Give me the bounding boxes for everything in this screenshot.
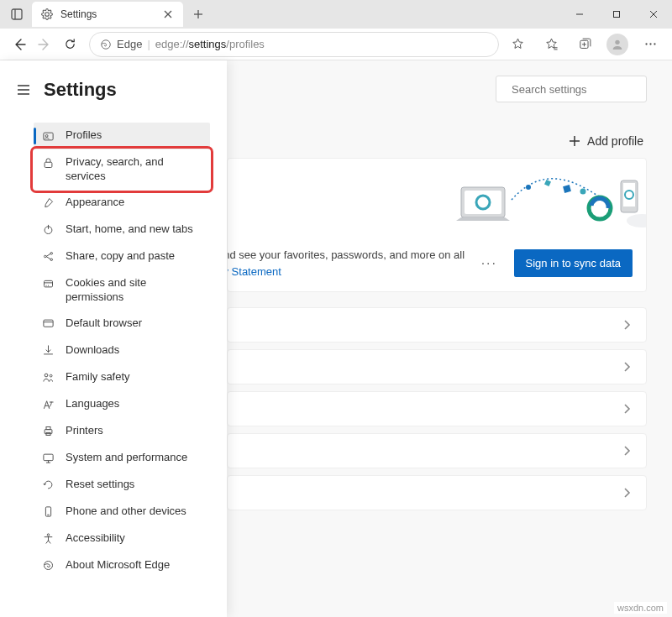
url-field[interactable]: Edge | edge://settings/profiles bbox=[89, 32, 499, 57]
close-icon bbox=[164, 10, 172, 18]
gear-icon bbox=[40, 8, 54, 21]
person-icon bbox=[611, 38, 624, 51]
collections-icon bbox=[578, 37, 592, 51]
settings-header: Settings bbox=[0, 74, 227, 119]
svg-point-33 bbox=[45, 285, 46, 286]
window-controls bbox=[561, 0, 672, 29]
maximize-icon bbox=[612, 10, 621, 18]
back-button[interactable] bbox=[7, 32, 32, 57]
nav-appearance[interactable]: Appearance bbox=[34, 190, 210, 217]
svg-point-64 bbox=[627, 214, 647, 227]
edge-logo-icon bbox=[100, 39, 112, 50]
svg-point-29 bbox=[50, 253, 53, 255]
address-bar: Edge | edge://settings/profiles bbox=[0, 29, 672, 60]
nav-share[interactable]: Share, copy and paste bbox=[34, 243, 210, 270]
nav-label: About Microsoft Edge bbox=[66, 558, 203, 573]
family-icon bbox=[40, 370, 55, 385]
svg-rect-25 bbox=[45, 162, 52, 167]
chevron-right-icon bbox=[622, 403, 631, 415]
nav-label: Profiles bbox=[66, 128, 203, 143]
profile-avatar-button[interactable] bbox=[606, 34, 628, 55]
window-maximize-button[interactable] bbox=[598, 0, 635, 29]
nav-about[interactable]: About Microsoft Edge bbox=[34, 552, 210, 579]
chevron-right-icon bbox=[622, 361, 631, 373]
nav-downloads[interactable]: Downloads bbox=[34, 337, 210, 364]
add-profile-button[interactable]: Add profile bbox=[569, 134, 643, 148]
nav-languages[interactable]: Languages bbox=[34, 391, 210, 418]
window-minimize-button[interactable] bbox=[561, 0, 598, 29]
settings-search[interactable] bbox=[496, 76, 647, 102]
hero-more-button[interactable]: ··· bbox=[476, 256, 502, 271]
more-horizontal-icon bbox=[643, 37, 658, 51]
nav-phone[interactable]: Phone and other devices bbox=[34, 499, 210, 525]
settings-sidebar: Settings Profiles Privacy, search, and s… bbox=[0, 60, 227, 617]
tab-title: Settings bbox=[60, 8, 161, 20]
more-menu-button[interactable] bbox=[638, 33, 662, 56]
page-title: Settings bbox=[44, 79, 117, 101]
nav-accessibility[interactable]: Accessibility bbox=[34, 525, 210, 552]
minimize-icon bbox=[575, 10, 584, 18]
profile-icon bbox=[40, 128, 55, 144]
nav-printers[interactable]: Printers bbox=[34, 418, 210, 445]
printer-icon bbox=[40, 424, 55, 439]
svg-rect-54 bbox=[465, 191, 501, 214]
nav-cookies[interactable]: Cookies and site permissions bbox=[34, 270, 210, 311]
nav-label: Languages bbox=[66, 397, 203, 411]
browser-tab[interactable]: Settings bbox=[32, 2, 183, 27]
window-close-button[interactable] bbox=[635, 0, 672, 29]
svg-rect-42 bbox=[43, 454, 52, 461]
chevron-right-icon bbox=[622, 487, 631, 499]
nav-label: Reset settings bbox=[66, 478, 203, 492]
new-tab-button[interactable] bbox=[186, 3, 210, 26]
browser-icon bbox=[40, 316, 55, 332]
list-item[interactable] bbox=[227, 433, 647, 468]
sync-signin-button[interactable]: Sign in to sync data bbox=[514, 249, 633, 277]
refresh-button[interactable] bbox=[57, 32, 82, 57]
nav-label: Family safety bbox=[66, 370, 203, 384]
collections-button[interactable] bbox=[573, 33, 596, 56]
nav-default-browser[interactable]: Default browser bbox=[34, 311, 210, 337]
plus-icon bbox=[193, 9, 203, 19]
edge-icon bbox=[40, 558, 55, 573]
svg-point-30 bbox=[50, 259, 53, 261]
nav-start-home[interactable]: Start, home, and new tabs bbox=[34, 217, 210, 243]
privacy-statement-link[interactable]: cy Statement bbox=[227, 265, 281, 278]
search-wrap bbox=[227, 76, 647, 102]
favorites-star-button[interactable] bbox=[506, 33, 529, 56]
sidebar-toggle-button[interactable] bbox=[13, 80, 34, 100]
list-item[interactable] bbox=[227, 349, 647, 384]
svg-point-17 bbox=[645, 43, 647, 44]
forward-button[interactable] bbox=[32, 32, 57, 57]
hamburger-icon bbox=[17, 83, 30, 97]
nav-profiles[interactable]: Profiles bbox=[34, 123, 210, 149]
svg-point-10 bbox=[102, 39, 111, 49]
nav-system[interactable]: System and performance bbox=[34, 445, 210, 472]
search-input[interactable] bbox=[512, 83, 653, 96]
tab-close-button[interactable] bbox=[161, 8, 175, 21]
favorites-list-button[interactable] bbox=[539, 33, 563, 56]
settings-main: Settings Profiles Privacy, search, and s… bbox=[0, 60, 672, 617]
phone-icon bbox=[40, 505, 55, 520]
nav-privacy[interactable]: Privacy, search, and services bbox=[34, 149, 210, 190]
nav-family[interactable]: Family safety bbox=[34, 364, 210, 391]
svg-rect-57 bbox=[544, 180, 551, 186]
tab-actions-icon bbox=[11, 8, 23, 20]
svg-rect-0 bbox=[12, 9, 22, 19]
list-item[interactable] bbox=[227, 475, 647, 510]
add-profile-row: Add profile bbox=[227, 134, 647, 148]
svg-point-59 bbox=[580, 189, 586, 195]
nav-label: Accessibility bbox=[66, 531, 203, 546]
system-icon bbox=[40, 451, 55, 466]
svg-point-48 bbox=[44, 562, 52, 570]
nav-label: Start, home, and new tabs bbox=[66, 222, 203, 237]
hero-footer: and see your favorites, passwords, and m… bbox=[227, 247, 633, 280]
svg-point-16 bbox=[615, 39, 619, 44]
watermark: wsxdn.com bbox=[614, 602, 667, 614]
nav-reset[interactable]: Reset settings bbox=[34, 472, 210, 499]
tab-actions-button[interactable] bbox=[5, 3, 29, 26]
plus-icon bbox=[569, 135, 580, 147]
list-item[interactable] bbox=[227, 391, 647, 426]
nav-label: Share, copy and paste bbox=[66, 249, 203, 264]
list-item[interactable] bbox=[227, 307, 647, 342]
svg-point-37 bbox=[45, 374, 48, 377]
